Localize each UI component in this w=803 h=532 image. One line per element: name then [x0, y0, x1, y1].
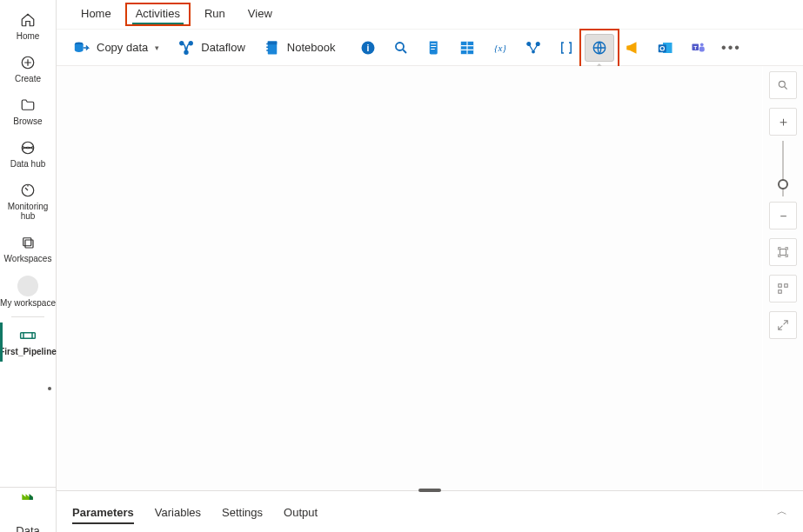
table-icon	[459, 40, 475, 56]
onelake-icon	[18, 138, 37, 157]
activities-toolbar: Copy data ▾ Dataflow Notebook i {x}	[57, 30, 803, 66]
tab-view[interactable]: View	[239, 3, 281, 26]
svg-point-17	[396, 43, 404, 50]
zoom-in-button[interactable]: ＋	[769, 108, 797, 136]
rail-home[interactable]: Home	[0, 5, 56, 48]
rail-browse[interactable]: Browse	[0, 90, 56, 133]
main-area: Home Activities Run View Copy data ▾ Dat…	[57, 0, 803, 532]
avatar-icon	[17, 276, 38, 296]
fullscreen-button[interactable]	[769, 311, 797, 339]
rail-label: Workspaces	[4, 254, 52, 263]
notebook-button[interactable]: Notebook	[256, 34, 343, 62]
web-activity-highlight: Web	[585, 34, 614, 62]
web-activity-button[interactable]	[585, 34, 614, 62]
svg-point-29	[699, 43, 703, 46]
svg-rect-34	[785, 284, 788, 288]
ribbon-tabs: Home Activities Run View	[57, 0, 803, 30]
bottom-tab-output[interactable]: Output	[284, 494, 318, 529]
teams-activity-button[interactable]: T	[684, 34, 713, 62]
rail-label: Home	[17, 31, 40, 41]
chevron-down-icon: ▾	[155, 43, 159, 52]
svg-text:T: T	[693, 44, 697, 50]
stored-proc-activity-button[interactable]	[452, 34, 482, 62]
svg-text:i: i	[366, 42, 369, 52]
auto-align-button[interactable]	[769, 275, 797, 303]
pipeline-canvas[interactable]	[57, 66, 763, 490]
svg-rect-30	[699, 46, 704, 51]
monitor-icon	[18, 181, 37, 200]
svg-rect-35	[779, 290, 782, 294]
webhook-activity-button[interactable]	[618, 34, 647, 62]
svg-rect-32	[780, 249, 786, 256]
svg-rect-25	[658, 44, 666, 52]
copy-data-icon	[72, 38, 91, 57]
rail-workspaces[interactable]: Workspaces	[0, 228, 56, 270]
svg-text:{x}: {x}	[494, 43, 506, 53]
svg-rect-5	[21, 333, 36, 339]
outlook-activity-button[interactable]	[651, 34, 680, 62]
tab-home[interactable]: Home	[72, 3, 120, 26]
bottom-tab-parameters[interactable]: Parameters	[72, 494, 134, 529]
collapse-panel-button[interactable]: ︿	[777, 504, 787, 519]
svg-rect-3	[23, 238, 31, 246]
rail-create[interactable]: Create	[0, 48, 56, 90]
svg-rect-14	[266, 50, 268, 51]
rail-my-workspace[interactable]: My workspace	[0, 270, 56, 315]
globe-icon	[592, 40, 607, 56]
svg-rect-33	[779, 284, 782, 288]
dataflow-button[interactable]: Dataflow	[170, 34, 252, 62]
teams-icon: T	[691, 40, 706, 56]
variable-activity-button[interactable]: {x}	[485, 34, 515, 62]
toolbar-label: Copy data	[97, 41, 148, 54]
functions-activity-button[interactable]	[552, 34, 581, 62]
script-activity-button[interactable]	[419, 34, 449, 62]
panel-resize-handle[interactable]	[418, 489, 441, 492]
rail-pipeline[interactable]: First_Pipeline	[0, 321, 56, 363]
tab-activities[interactable]: Activities	[125, 3, 191, 26]
copy-data-button[interactable]: Copy data ▾	[65, 34, 166, 62]
zoom-out-button[interactable]: －	[769, 202, 797, 229]
svg-rect-12	[266, 43, 268, 44]
script-icon	[426, 40, 442, 56]
variable-icon: {x}	[492, 40, 508, 56]
rail-label: First_Pipeline	[0, 347, 57, 356]
svg-rect-4	[25, 240, 33, 248]
info-circle-icon: i	[360, 40, 376, 56]
bottom-tab-settings[interactable]: Settings	[222, 494, 263, 529]
rail-label: Data Factory	[9, 526, 46, 532]
rail-label: Browse	[13, 116, 42, 126]
fit-screen-button[interactable]	[769, 238, 797, 266]
rail-separator	[11, 316, 44, 317]
ellipsis-icon: •••	[721, 40, 741, 56]
zoom-slider[interactable]	[782, 141, 784, 196]
bottom-tab-variables[interactable]: Variables	[155, 494, 201, 529]
left-nav-rail: Home Create Browse Data hub Monitoring h…	[0, 0, 57, 532]
lookup-activity-button[interactable]: i	[353, 34, 383, 62]
rail-label: Monitoring hub	[0, 202, 56, 221]
rail-datafactory[interactable]: Data Factory	[0, 487, 56, 529]
rail-label: Data hub	[10, 159, 46, 169]
workspaces-icon	[18, 233, 37, 252]
svg-rect-11	[268, 41, 278, 44]
notebook-icon	[263, 38, 282, 57]
canvas-search-button[interactable]	[769, 71, 797, 99]
tab-run[interactable]: Run	[196, 3, 234, 26]
rail-monitoring[interactable]: Monitoring hub	[0, 176, 56, 228]
svg-point-7	[180, 41, 184, 44]
datafactory-icon	[18, 488, 37, 503]
svg-point-31	[779, 81, 785, 87]
dataflow-icon	[177, 38, 196, 57]
nodes-icon	[525, 40, 541, 56]
status-dot-icon	[48, 387, 51, 390]
brackets-icon	[559, 40, 574, 56]
azure-activity-button[interactable]	[519, 34, 548, 62]
megaphone-icon	[625, 40, 640, 56]
rail-datahub[interactable]: Data hub	[0, 133, 56, 176]
outlook-icon	[658, 40, 673, 56]
search-activity-button[interactable]	[386, 34, 416, 62]
zoom-thumb[interactable]	[778, 179, 788, 190]
more-activities-button[interactable]: •••	[717, 34, 746, 62]
plus-circle-icon	[18, 53, 37, 72]
folder-icon	[18, 96, 37, 115]
home-icon	[18, 10, 37, 30]
